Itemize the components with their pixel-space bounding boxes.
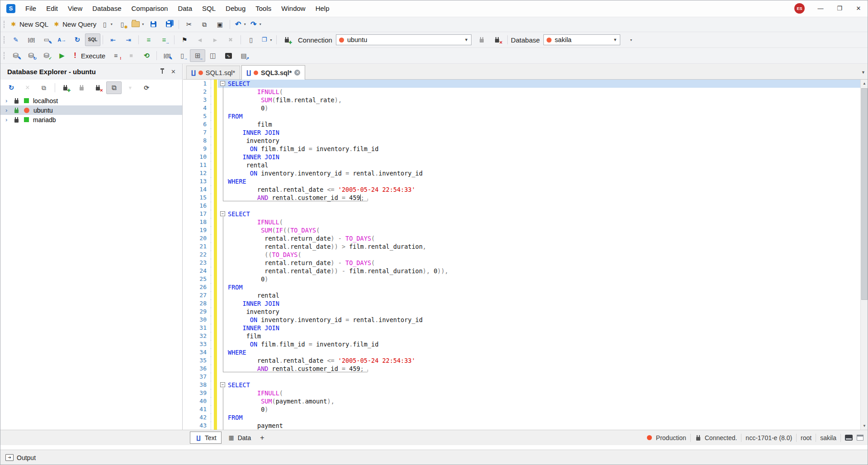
disconnect-button[interactable]: ✕: [490, 33, 505, 46]
add-view-button[interactable]: +: [255, 434, 269, 442]
new-sql-button[interactable]: ✱New SQL: [8, 18, 51, 31]
next-bookmark-button[interactable]: ▶: [208, 33, 223, 46]
menu-item-view[interactable]: View: [63, 0, 87, 17]
add-connection-button[interactable]: ✚: [57, 81, 73, 94]
tab-SQL1sql[interactable]: ∐SQL1.sql*: [186, 66, 240, 79]
refresh-button[interactable]: ↻: [70, 33, 85, 46]
menu-item-data[interactable]: Data: [173, 0, 197, 17]
menu-item-comparison[interactable]: Comparison: [127, 0, 173, 17]
format-button[interactable]: ≡: [141, 33, 156, 46]
minimize-button[interactable]: —: [811, 0, 830, 17]
paste-button[interactable]: ▣: [212, 18, 227, 31]
tab-list-dropdown-icon[interactable]: ▼: [861, 70, 865, 75]
auto-indent-button[interactable]: ≡→: [156, 33, 172, 46]
menu-item-window[interactable]: Window: [276, 0, 310, 17]
open-file-button[interactable]: ▾: [130, 18, 146, 31]
pin-icon[interactable]: [162, 70, 163, 74]
rename-button[interactable]: ▭✎: [39, 33, 54, 46]
navigate-button[interactable]: A→: [54, 33, 70, 46]
expand-chevron-icon[interactable]: ›: [5, 97, 13, 104]
report-button[interactable]: ▤↗: [236, 49, 251, 62]
db-edit-button[interactable]: ⛁✎: [8, 49, 24, 62]
menu-item-edit[interactable]: Edit: [41, 0, 63, 17]
db-check-button[interactable]: ⛁✓: [39, 49, 54, 62]
close-tab-icon[interactable]: ✕: [294, 70, 300, 76]
scroll-up-icon[interactable]: ▲: [861, 80, 868, 87]
close-x-button[interactable]: ✕: [20, 81, 35, 94]
run-button[interactable]: ▶: [54, 49, 70, 62]
tab-SQL3sql[interactable]: ∐SQL3.sql*✕: [241, 65, 305, 80]
save-all-button[interactable]: [161, 18, 176, 31]
scrollbar-thumb[interactable]: [861, 88, 868, 300]
db-refresh-button[interactable]: ⛁↻: [24, 49, 39, 62]
chart-button[interactable]: ∿: [221, 49, 236, 62]
execute-script-button[interactable]: ≡!: [108, 49, 123, 62]
fold-collapse-icon[interactable]: −: [220, 382, 225, 387]
documents-button[interactable]: ⧉: [106, 81, 122, 94]
disconnect-button[interactable]: ✕: [90, 81, 105, 94]
menu-item-help[interactable]: Help: [311, 0, 335, 17]
close-panel-icon[interactable]: ✕: [169, 67, 178, 76]
restore-button[interactable]: ❐: [830, 0, 849, 17]
window-button[interactable]: ❐▾: [259, 33, 274, 46]
output-button[interactable]: Output: [17, 454, 36, 461]
new-document-button[interactable]: ▯▾: [99, 18, 114, 31]
connect-button[interactable]: [74, 81, 89, 94]
tree-item-localhost[interactable]: ›localhost: [0, 96, 182, 105]
database-select[interactable]: sakila ▼: [543, 34, 620, 45]
undo-button[interactable]: ↶▾: [232, 18, 248, 31]
execute-bang-button[interactable]: !Execute: [70, 49, 108, 62]
refresh-schedule-button[interactable]: ⟳: [139, 81, 154, 94]
connect-button[interactable]: [474, 33, 490, 46]
expand-chevron-icon[interactable]: ›: [5, 116, 13, 123]
cut-button[interactable]: ✂: [181, 18, 197, 31]
user-avatar[interactable]: ES: [794, 3, 805, 14]
grid-view-toggle-icon[interactable]: [857, 435, 863, 441]
database-extra-dropdown[interactable]: ▾: [623, 33, 638, 46]
duplicate-button[interactable]: ⧉: [36, 81, 52, 94]
refresh-button[interactable]: ↻: [4, 81, 19, 94]
menu-item-debug[interactable]: Debug: [221, 0, 250, 17]
view-tab-text[interactable]: ∐Text: [190, 432, 222, 444]
template-button[interactable]: [@]: [24, 33, 39, 46]
menu-item-database[interactable]: Database: [87, 0, 126, 17]
view-tab-data[interactable]: ▦Data: [223, 432, 256, 443]
sql-check-button[interactable]: SQL: [85, 33, 100, 46]
tree-item-mariadb[interactable]: ›mariadb: [0, 115, 182, 124]
new-query-button[interactable]: ✱New Query: [51, 18, 99, 31]
menu-item-tools[interactable]: Tools: [250, 0, 276, 17]
new-window-button[interactable]: ▯✱: [114, 18, 130, 31]
copy-button[interactable]: ⧉: [197, 18, 212, 31]
connection-select[interactable]: ubuntu ▼: [336, 34, 472, 45]
close-button[interactable]: ✕: [849, 0, 868, 17]
save-button[interactable]: [146, 18, 161, 31]
fold-collapse-icon[interactable]: −: [220, 81, 225, 86]
fold-collapse-icon[interactable]: −: [220, 211, 225, 216]
vertical-scrollbar[interactable]: ▲ ▼: [860, 80, 868, 430]
sql-editor[interactable]: 1−SELECT2 IFNULL(3 SUM(film.rental_rate)…: [183, 80, 868, 430]
menu-item-sql[interactable]: SQL: [197, 0, 221, 17]
bookmark-button[interactable]: ⚑: [177, 33, 192, 46]
new-file-button[interactable]: ▯: [243, 33, 259, 46]
data-grid-button[interactable]: ⊞→: [190, 49, 205, 62]
add-connection-button[interactable]: ✚: [279, 33, 294, 46]
outdent-button[interactable]: ⇤: [105, 33, 121, 46]
insert-snippet-button[interactable]: ✎: [8, 33, 24, 46]
redo-button[interactable]: ↷▾: [248, 18, 263, 31]
stop-button[interactable]: ■: [123, 49, 139, 62]
menu-item-file[interactable]: File: [20, 0, 41, 17]
at-edit-button[interactable]: [@]✎: [159, 49, 175, 62]
scroll-down-icon[interactable]: ▼: [861, 422, 868, 430]
indent-button[interactable]: ⇥: [121, 33, 136, 46]
tree-item-ubuntu[interactable]: ›ubuntu: [0, 105, 182, 115]
split-view-button[interactable]: ◫: [205, 49, 221, 62]
clear-bookmarks-button[interactable]: ✖: [223, 33, 238, 46]
prev-bookmark-button[interactable]: ◀: [192, 33, 208, 46]
text-view-toggle-icon[interactable]: [845, 435, 853, 441]
filter-button[interactable]: ▼: [123, 81, 138, 94]
toolbar-grip[interactable]: [4, 21, 5, 28]
toolbar-grip[interactable]: [4, 52, 5, 59]
toolbar-grip[interactable]: [4, 36, 5, 43]
doc-arrow-button[interactable]: ▯→: [175, 49, 190, 62]
expand-chevron-icon[interactable]: ›: [5, 107, 13, 114]
